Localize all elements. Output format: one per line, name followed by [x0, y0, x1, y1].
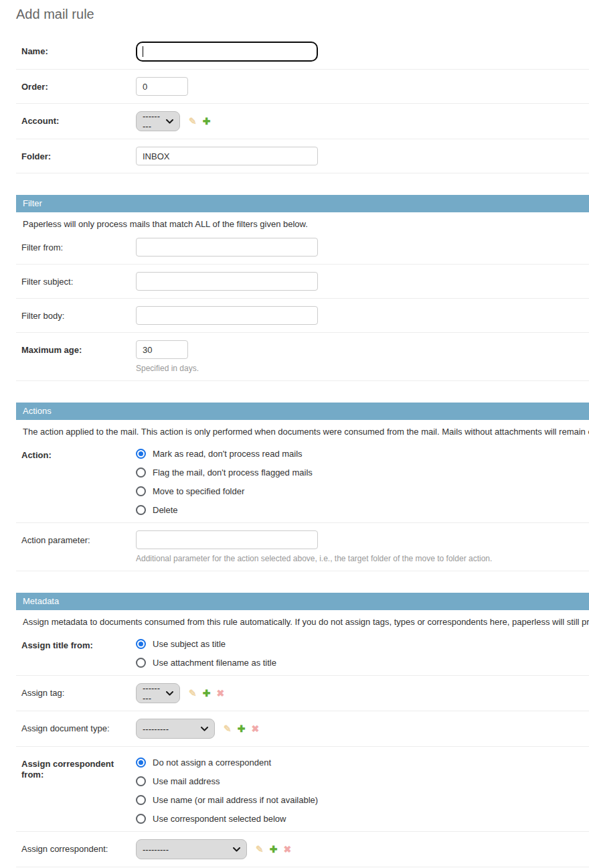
filter-from-label: Filter from:: [21, 238, 136, 253]
radio-option-label: Move to specified folder: [153, 486, 244, 496]
form-row-filter-body: Filter body:: [16, 299, 589, 333]
assign-tag-select[interactable]: ---------: [136, 683, 180, 703]
order-input[interactable]: [136, 77, 188, 96]
form-row-assign-correspondent: Assign correspondent: --------- ✎ ✚ ✖: [16, 832, 589, 867]
title-option-use-subject[interactable]: Use subject as title: [136, 639, 276, 649]
form-row-folder: Folder:: [16, 139, 589, 173]
action-option-move-folder[interactable]: Move to specified folder: [136, 486, 313, 496]
action-option-flag-mail[interactable]: Flag the mail, don't process flagged mai…: [136, 467, 313, 478]
radio-unselected-icon[interactable]: [136, 658, 146, 668]
filter-subject-input[interactable]: [136, 272, 318, 291]
filter-body-label: Filter body:: [21, 306, 136, 321]
radio-unselected-icon[interactable]: [136, 505, 146, 515]
module-filter: Filter Paperless will only process mails…: [16, 195, 589, 381]
filter-section-header: Filter: [16, 195, 589, 212]
assign-correspondent-select[interactable]: ---------: [136, 839, 247, 859]
chevron-down-icon: [166, 119, 173, 124]
radio-option-label: Mark as read, don't process read mails: [153, 449, 303, 459]
filter-from-input[interactable]: [136, 238, 318, 257]
radio-selected-icon[interactable]: [136, 639, 146, 649]
assign-title-from-label: Assign title from:: [21, 636, 136, 651]
radio-unselected-icon[interactable]: [136, 486, 146, 496]
edit-pencil-icon[interactable]: ✎: [189, 117, 197, 126]
correspondent-option-use-mail-address[interactable]: Use mail address: [136, 776, 318, 786]
radio-option-label: Use name (or mail address if not availab…: [153, 795, 318, 805]
radio-selected-icon[interactable]: [136, 449, 146, 459]
action-parameter-label: Action parameter:: [21, 530, 136, 546]
radio-option-label: Use subject as title: [153, 639, 226, 649]
action-parameter-input[interactable]: [136, 530, 318, 549]
account-select-value: ---------: [143, 111, 161, 131]
correspondent-option-do-not-assign[interactable]: Do not assign a correspondent: [136, 757, 318, 768]
form-row-assign-tag: Assign tag: --------- ✎ ✚ ✖: [16, 676, 589, 711]
form-row-action-parameter: Action parameter: Additional parameter f…: [16, 523, 589, 571]
correspondent-option-selected-below[interactable]: Use correspondent selected below: [136, 814, 318, 824]
form-row-assign-correspondent-from: Assign correspondent from: Do not assign…: [16, 747, 589, 832]
name-input[interactable]: [136, 42, 318, 62]
title-option-use-attachment-filename[interactable]: Use attachment filename as title: [136, 658, 276, 668]
edit-pencil-icon[interactable]: ✎: [256, 845, 264, 854]
form-row-name: Name:: [16, 34, 589, 70]
add-plus-icon[interactable]: ✚: [238, 724, 246, 733]
maximum-age-label: Maximum age:: [21, 340, 136, 356]
metadata-section-header: Metadata: [16, 593, 589, 610]
correspondent-option-use-name[interactable]: Use name (or mail address if not availab…: [136, 795, 318, 805]
assign-correspondent-from-radio-group: Do not assign a correspondent Use mail a…: [136, 754, 318, 824]
delete-x-icon[interactable]: ✖: [283, 845, 291, 854]
add-plus-icon[interactable]: ✚: [270, 845, 278, 854]
action-radio-group: Mark as read, don't process read mails F…: [136, 445, 313, 515]
chevron-down-icon: [166, 691, 173, 696]
radio-unselected-icon[interactable]: [136, 776, 146, 786]
folder-input[interactable]: [136, 147, 318, 165]
maximum-age-help: Specified in days.: [136, 364, 199, 373]
edit-pencil-icon[interactable]: ✎: [224, 724, 232, 733]
assign-document-type-label: Assign document type:: [21, 719, 136, 734]
chevron-down-icon: [233, 847, 240, 852]
radio-option-label: Use correspondent selected below: [153, 814, 286, 824]
radio-unselected-icon[interactable]: [136, 814, 146, 824]
form-row-action: Action: Mark as read, don't process read…: [16, 438, 589, 523]
assign-document-type-select-value: ---------: [143, 724, 169, 734]
radio-option-label: Flag the mail, don't process flagged mai…: [153, 467, 313, 478]
name-input-wrap: [136, 42, 318, 62]
chevron-down-icon: [201, 727, 208, 731]
action-option-mark-as-read[interactable]: Mark as read, don't process read mails: [136, 449, 313, 459]
add-plus-icon[interactable]: ✚: [203, 117, 211, 126]
order-label: Order:: [21, 77, 136, 92]
filter-body-input[interactable]: [136, 306, 318, 325]
maximum-age-input[interactable]: [136, 340, 188, 359]
form-row-filter-from: Filter from:: [16, 230, 589, 265]
assign-tag-label: Assign tag:: [21, 683, 136, 699]
radio-option-label: Use mail address: [153, 776, 220, 786]
action-option-delete[interactable]: Delete: [136, 505, 313, 515]
metadata-section-description: Assign metadata to documents consumed fr…: [16, 610, 589, 628]
form-row-assign-document-type: Assign document type: --------- ✎ ✚ ✖: [16, 711, 589, 747]
account-label: Account:: [21, 111, 136, 127]
module-actions: Actions The action applied to the mail. …: [16, 403, 589, 571]
module-general: Name: Order: Account: ---------: [16, 34, 589, 173]
add-plus-icon[interactable]: ✚: [203, 689, 211, 698]
form-row-maximum-age: Maximum age: Specified in days.: [16, 333, 589, 381]
delete-x-icon[interactable]: ✖: [216, 689, 224, 698]
module-metadata: Metadata Assign metadata to documents co…: [16, 593, 589, 867]
page-title: Add mail rule: [16, 7, 589, 22]
form-row-order: Order:: [16, 70, 589, 104]
assign-title-from-radio-group: Use subject as title Use attachment file…: [136, 636, 276, 668]
actions-section-header: Actions: [16, 403, 589, 420]
text-caret: [143, 46, 143, 57]
action-parameter-help: Additional parameter for the action sele…: [136, 554, 492, 563]
edit-pencil-icon[interactable]: ✎: [189, 689, 197, 698]
name-label: Name:: [21, 42, 136, 57]
delete-x-icon[interactable]: ✖: [251, 724, 259, 733]
assign-correspondent-label: Assign correspondent:: [21, 839, 136, 855]
content-area: Add mail rule Name: Order: Account:: [0, 0, 589, 867]
filter-subject-label: Filter subject:: [21, 272, 136, 287]
folder-label: Folder:: [21, 147, 136, 162]
account-select[interactable]: ---------: [136, 111, 180, 131]
radio-selected-icon[interactable]: [136, 757, 146, 768]
filter-section-description: Paperless will only process mails that m…: [16, 212, 589, 230]
radio-unselected-icon[interactable]: [136, 467, 146, 478]
form-row-account: Account: --------- ✎ ✚: [16, 104, 589, 139]
assign-document-type-select[interactable]: ---------: [136, 719, 215, 739]
radio-unselected-icon[interactable]: [136, 795, 146, 805]
